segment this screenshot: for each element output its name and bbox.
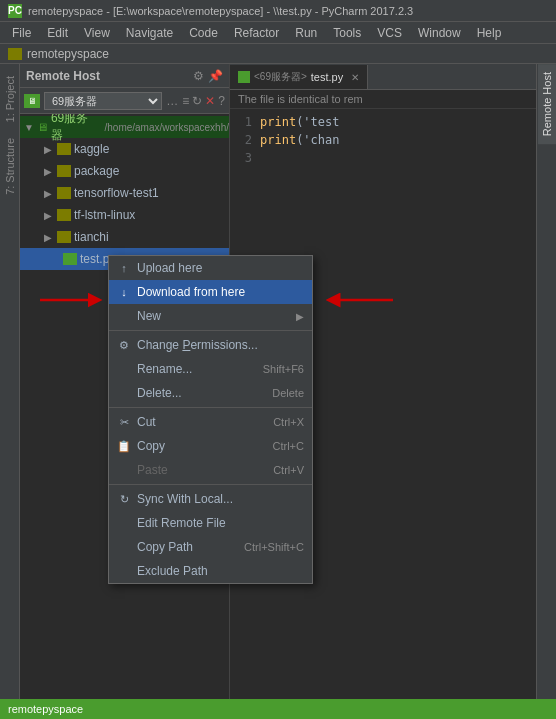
menu-file[interactable]: File [4,24,39,42]
ctx-excludepath-item[interactable]: Exclude Path [109,559,312,583]
tree-label-test: test.p [80,252,109,266]
folder-icon [57,165,71,177]
side-tabs: 1: Project 7: Structure [0,64,20,719]
ctx-cut-label: Cut [137,415,156,429]
ctx-new-arrow: ▶ [296,311,304,322]
ctx-copypath-item[interactable]: Copy Path Ctrl+Shift+C [109,535,312,559]
server-bar: 🖥 69服务器 … ≡ ↻ ✕ ? [20,88,229,114]
copypath-icon [117,540,131,554]
tree-root-path: /home/amax/workspacexhh/ [104,122,229,133]
ctx-download-label: Download from here [137,285,245,299]
code-line-1: print('test [260,113,536,131]
list-item[interactable]: ▶ tensorflow-test1 [20,182,229,204]
menu-code[interactable]: Code [181,24,226,42]
folder-icon [57,231,71,243]
list-item[interactable]: ▶ tf-lstm-linux [20,204,229,226]
tree-root[interactable]: ▼ 🖥 69服务器 /home/amax/workspacexhh/ [20,116,229,138]
tree-label-tianchi: tianchi [74,230,109,244]
status-text: The file is identical to rem [238,93,363,105]
ctx-excludepath-label: Exclude Path [137,564,208,578]
sidebar-item-project[interactable]: 1: Project [1,68,19,130]
ctx-download-item[interactable]: ↓ Download from here [109,280,312,304]
tree-label-package: package [74,164,119,178]
ctx-delete-item[interactable]: Delete... Delete [109,381,312,405]
server-more-btn[interactable]: … [166,94,178,108]
ctx-rename-shortcut: Shift+F6 [263,363,304,375]
ctx-editremote-label: Edit Remote File [137,516,226,530]
rename-icon [117,362,131,376]
sync-icon: ↻ [117,492,131,506]
refresh-icon[interactable]: ≡ [182,94,189,108]
ctx-rename-left: Rename... [117,362,192,376]
ctx-copy-left: 📋 Copy [117,439,165,453]
list-item[interactable]: ▶ tianchi [20,226,229,248]
ctx-new-item[interactable]: New ▶ [109,304,312,328]
ctx-copypath-shortcut: Ctrl+Shift+C [244,541,304,553]
pin-icon[interactable]: 📌 [208,69,223,83]
settings-icon[interactable]: ⚙ [193,69,204,83]
ctx-paste-item[interactable]: Paste Ctrl+V [109,458,312,482]
ctx-editremote-item[interactable]: Edit Remote File [109,511,312,535]
line-num-2: 2 [230,131,252,149]
server-root-icon: 🖥 [37,121,48,133]
ctx-permissions-item[interactable]: ⚙ Change Permissions... [109,333,312,357]
ctx-download-left: ↓ Download from here [117,285,245,299]
ctx-delete-label: Delete... [137,386,182,400]
menu-vcs[interactable]: VCS [369,24,410,42]
download-icon: ↓ [117,285,131,299]
sync-icon[interactable]: ↻ [192,94,202,108]
menu-view[interactable]: View [76,24,118,42]
menu-edit[interactable]: Edit [39,24,76,42]
ctx-cut-item[interactable]: ✂ Cut Ctrl+X [109,410,312,434]
menu-bar: File Edit View Navigate Code Refactor Ru… [0,22,556,44]
sidebar-item-remote-host[interactable]: Remote Host [538,64,556,144]
upload-icon: ↑ [117,261,131,275]
tree-arrow-tf: ▶ [44,188,54,199]
sidebar-item-structure[interactable]: 7: Structure [1,130,19,203]
ctx-copy-shortcut: Ctrl+C [273,440,304,452]
title-bar: PC remotepyspace - [E:\workspace\remotep… [0,0,556,22]
ctx-rename-item[interactable]: Rename... Shift+F6 [109,357,312,381]
tab-close-btn[interactable]: ✕ [351,72,359,83]
menu-run[interactable]: Run [287,24,325,42]
line-num-1: 1 [230,113,252,131]
tree-label-lstm: tf-lstm-linux [74,208,135,222]
ctx-paste-label: Paste [137,463,168,477]
ctx-paste-shortcut: Ctrl+V [273,464,304,476]
ctx-copypath-label: Copy Path [137,540,193,554]
code-line-2: print('chan [260,131,536,149]
panel-title: Remote Host [26,69,100,83]
menu-navigate[interactable]: Navigate [118,24,181,42]
list-item[interactable]: ▶ package [20,160,229,182]
server-icon: 🖥 [24,94,40,108]
ctx-permissions-label: Change Permissions... [137,338,258,352]
menu-tools[interactable]: Tools [325,24,369,42]
tree-label-tf: tensorflow-test1 [74,186,159,200]
ctx-upload-item[interactable]: ↑ Upload here [109,256,312,280]
ctx-sync-item[interactable]: ↻ Sync With Local... [109,487,312,511]
ctx-copy-label: Copy [137,439,165,453]
menu-window[interactable]: Window [410,24,469,42]
tab-server-label: <69服务器> [254,70,307,84]
help-icon[interactable]: ? [218,94,225,108]
ctx-delete-left: Delete... [117,386,182,400]
project-tab: remotepyspace [0,44,556,64]
menu-refactor[interactable]: Refactor [226,24,287,42]
editor-tabs: <69服务器> test.py ✕ [230,64,536,90]
ctx-copy-item[interactable]: 📋 Copy Ctrl+C [109,434,312,458]
right-side-tabs: Remote Host [536,64,556,719]
project-folder-icon [8,48,22,60]
cut-icon: ✂ [117,415,131,429]
excludepath-icon [117,564,131,578]
copy-icon: 📋 [117,439,131,453]
bottom-status: remotepyspace [0,699,556,719]
menu-help[interactable]: Help [469,24,510,42]
ctx-new-left: New [117,309,161,323]
panel-header-icons: ⚙ 📌 [193,69,223,83]
server-select[interactable]: 69服务器 [44,92,162,110]
annotation-arrow-right [318,290,398,310]
folder-icon [57,143,71,155]
disconnect-icon[interactable]: ✕ [205,94,215,108]
tree-label-kaggle: kaggle [74,142,109,156]
tab-test-py[interactable]: <69服务器> test.py ✕ [230,65,368,89]
